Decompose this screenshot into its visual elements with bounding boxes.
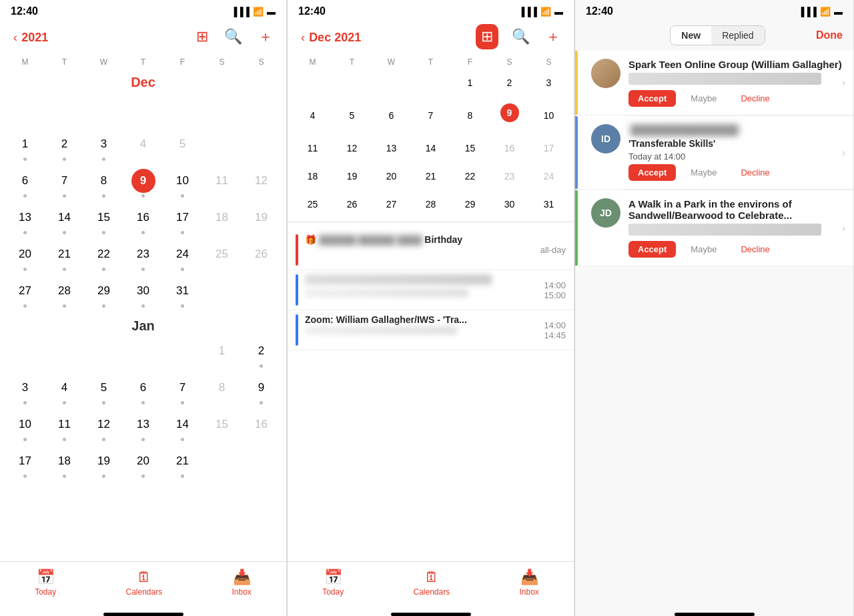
cal-day[interactable]: 26 — [332, 191, 372, 219]
calendar-view-button-2[interactable]: ⊞ — [476, 24, 498, 49]
cal-day[interactable]: 27 — [5, 276, 45, 313]
search-button-2[interactable]: 🔍 — [509, 25, 532, 48]
cal-day[interactable]: 8 — [84, 166, 123, 203]
cal-day[interactable]: 9 — [242, 373, 281, 410]
tab-calendars-1[interactable]: 🗓 Calendars — [125, 569, 162, 597]
maybe-button-1[interactable]: Maybe — [681, 90, 726, 107]
cal-day[interactable]: 29 — [450, 191, 490, 219]
cal-day[interactable]: 16 — [490, 135, 529, 163]
cal-day[interactable]: 13 — [372, 135, 411, 163]
calendar-view-button-1[interactable]: ⊞ — [193, 25, 211, 48]
cal-day[interactable]: 15 — [450, 135, 490, 163]
segment-new[interactable]: New — [671, 26, 711, 45]
cal-day[interactable]: 19 — [332, 163, 372, 191]
cal-day[interactable]: 12 — [84, 410, 123, 446]
cal-day[interactable] — [5, 93, 45, 129]
cal-day[interactable]: 18 — [202, 203, 242, 240]
cal-day[interactable]: 2 — [242, 336, 281, 373]
back-button-2[interactable]: ‹ Dec 2021 — [298, 25, 364, 48]
cal-day[interactable]: 7 — [45, 166, 84, 203]
cal-day[interactable]: 20 — [123, 446, 163, 483]
cal-day[interactable]: 29 — [84, 276, 123, 313]
event-zoom[interactable]: Zoom: William Gallagher/IWS - 'Tra... 14… — [288, 310, 574, 350]
cal-day[interactable]: 17 — [5, 446, 45, 483]
accept-button-1[interactable]: Accept — [628, 90, 676, 107]
cal-day[interactable]: 6 — [123, 373, 163, 410]
cal-day[interactable]: 1 — [5, 129, 45, 166]
cal-day[interactable]: 30 — [123, 276, 163, 313]
decline-button-3[interactable]: Decline — [731, 241, 779, 258]
cal-day[interactable]: 7 — [163, 373, 202, 410]
inbox-item-2[interactable]: ID ███████████████ 'Transferable Skills'… — [575, 116, 853, 190]
event-birthday[interactable]: 🎁 ██████ ██████ ████ Birthday all-day — [288, 230, 574, 270]
cal-day[interactable]: 1 — [450, 69, 490, 102]
cal-day[interactable]: 16 — [242, 410, 281, 446]
cal-day[interactable]: 4 — [123, 129, 163, 166]
cal-day[interactable]: 5 — [84, 373, 123, 410]
add-button-1[interactable]: ＋ — [256, 24, 276, 49]
accept-button-2[interactable]: Accept — [628, 164, 676, 181]
cal-day[interactable]: 21 — [411, 163, 450, 191]
cal-day[interactable]: 1 — [202, 336, 242, 373]
cal-day[interactable]: 30 — [490, 191, 529, 219]
cal-day[interactable]: 7 — [411, 102, 450, 135]
cal-day-today[interactable]: 9 — [490, 102, 529, 135]
segment-replied[interactable]: Replied — [711, 26, 764, 45]
cal-day[interactable]: 5 — [163, 129, 202, 166]
cal-day[interactable]: 31 — [529, 191, 568, 219]
cal-day[interactable]: 26 — [242, 240, 281, 276]
cal-day[interactable]: 15 — [84, 203, 123, 240]
search-button-1[interactable]: 🔍 — [222, 25, 245, 48]
done-button[interactable]: Done — [816, 29, 843, 41]
cal-day[interactable]: 8 — [450, 102, 490, 135]
tab-today-2[interactable]: 📅 Today — [322, 569, 344, 597]
cal-day[interactable]: 12 — [242, 166, 281, 203]
back-button-1[interactable]: ‹ 2021 — [11, 25, 51, 48]
cal-day[interactable]: 13 — [123, 410, 163, 446]
cal-day[interactable] — [163, 93, 202, 129]
cal-day[interactable]: 5 — [332, 102, 372, 135]
cal-day[interactable]: 6 — [5, 166, 45, 203]
cal-day[interactable]: 18 — [45, 446, 84, 483]
tab-inbox-1[interactable]: 📥 Inbox — [232, 569, 251, 597]
cal-day[interactable] — [84, 93, 123, 129]
cal-day[interactable]: 11 — [45, 410, 84, 446]
cal-day[interactable]: 4 — [45, 373, 84, 410]
decline-button-1[interactable]: Decline — [731, 90, 779, 107]
cal-day[interactable]: 19 — [242, 203, 281, 240]
decline-button-2[interactable]: Decline — [731, 164, 779, 181]
cal-day[interactable]: 22 — [84, 240, 123, 276]
accept-button-3[interactable]: Accept — [628, 241, 676, 258]
cal-day[interactable]: 13 — [5, 203, 45, 240]
cal-day[interactable]: 21 — [163, 446, 202, 483]
cal-day[interactable]: 25 — [202, 240, 242, 276]
cal-day[interactable]: 3 — [529, 69, 568, 102]
cal-day[interactable]: 25 — [293, 191, 332, 219]
inbox-item-1[interactable]: Spark Teen Online Group (William Gallagh… — [575, 51, 853, 115]
cal-day[interactable]: 20 — [372, 163, 411, 191]
maybe-button-3[interactable]: Maybe — [681, 241, 726, 258]
cal-day[interactable] — [202, 129, 242, 166]
cal-day[interactable]: 2 — [45, 129, 84, 166]
cal-day[interactable]: 11 — [202, 166, 242, 203]
inbox-item-3[interactable]: JD A Walk in a Park in the environs of S… — [575, 190, 853, 266]
tab-today-1[interactable]: 📅 Today — [35, 569, 56, 597]
cal-day[interactable]: 12 — [332, 135, 372, 163]
cal-day[interactable]: 15 — [202, 410, 242, 446]
cal-day[interactable]: 2 — [490, 69, 529, 102]
cal-day[interactable]: 28 — [411, 191, 450, 219]
cal-day[interactable]: 4 — [293, 102, 332, 135]
cal-day[interactable]: 23 — [123, 240, 163, 276]
cal-day[interactable]: 17 — [163, 203, 202, 240]
cal-day[interactable]: 14 — [163, 410, 202, 446]
cal-day[interactable]: 21 — [45, 240, 84, 276]
cal-day[interactable]: 18 — [293, 163, 332, 191]
cal-day[interactable]: 22 — [450, 163, 490, 191]
cal-day[interactable]: 14 — [45, 203, 84, 240]
tab-inbox-2[interactable]: 📥 Inbox — [519, 569, 538, 597]
cal-day[interactable]: 19 — [84, 446, 123, 483]
cal-day[interactable] — [242, 129, 281, 166]
tab-calendars-2[interactable]: 🗓 Calendars — [413, 569, 450, 597]
cal-day[interactable]: 14 — [411, 135, 450, 163]
cal-day[interactable]: 27 — [372, 191, 411, 219]
